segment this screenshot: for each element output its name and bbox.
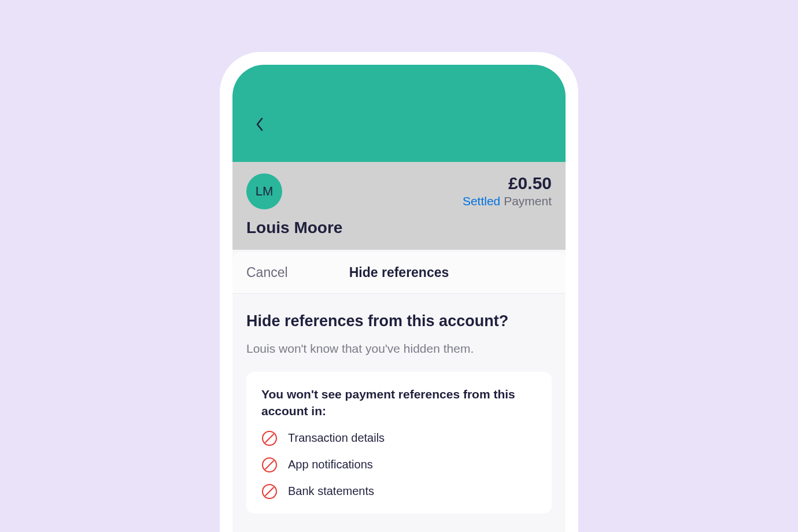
avatar-initials: LM — [256, 184, 274, 199]
modal-header: Cancel Hide references — [232, 252, 566, 294]
back-button[interactable] — [251, 116, 268, 133]
cancel-button[interactable]: Cancel — [246, 265, 288, 280]
modal-heading: Hide references from this account? — [246, 311, 552, 331]
info-card-title: You won't see payment references from th… — [261, 386, 537, 420]
account-section: LM £0.50 Settled Payment Louis Moore — [232, 162, 566, 250]
svg-line-1 — [265, 434, 274, 442]
prohibit-icon — [261, 457, 278, 473]
svg-line-3 — [265, 460, 274, 469]
avatar: LM — [246, 173, 282, 209]
info-item-label: App notifications — [288, 458, 373, 471]
top-header — [232, 65, 566, 162]
phone-frame: LM £0.50 Settled Payment Louis Moore Can… — [220, 52, 578, 532]
list-item: Transaction details — [261, 430, 537, 446]
info-card: You won't see payment references from th… — [246, 372, 552, 513]
info-item-label: Bank statements — [288, 485, 374, 498]
status-payment: Payment — [504, 194, 552, 208]
amount-section: £0.50 Settled Payment — [463, 173, 552, 208]
prohibit-icon — [261, 483, 278, 500]
modal-body: Hide references from this account? Louis… — [232, 294, 566, 527]
svg-line-5 — [265, 487, 274, 496]
info-item-label: Transaction details — [288, 431, 385, 445]
account-top-row: LM £0.50 Settled Payment — [246, 173, 552, 209]
prohibit-icon — [261, 430, 278, 446]
status-settled: Settled — [463, 194, 500, 208]
status-line: Settled Payment — [463, 194, 552, 208]
list-item: Bank statements — [261, 483, 537, 500]
chevron-left-icon — [256, 117, 264, 131]
list-item: App notifications — [261, 457, 537, 473]
amount: £0.50 — [463, 173, 552, 193]
modal-subtext: Louis won't know that you've hidden them… — [246, 342, 552, 356]
modal-title: Hide references — [349, 265, 449, 280]
phone-screen: LM £0.50 Settled Payment Louis Moore Can… — [232, 65, 566, 532]
account-name: Louis Moore — [246, 219, 552, 237]
